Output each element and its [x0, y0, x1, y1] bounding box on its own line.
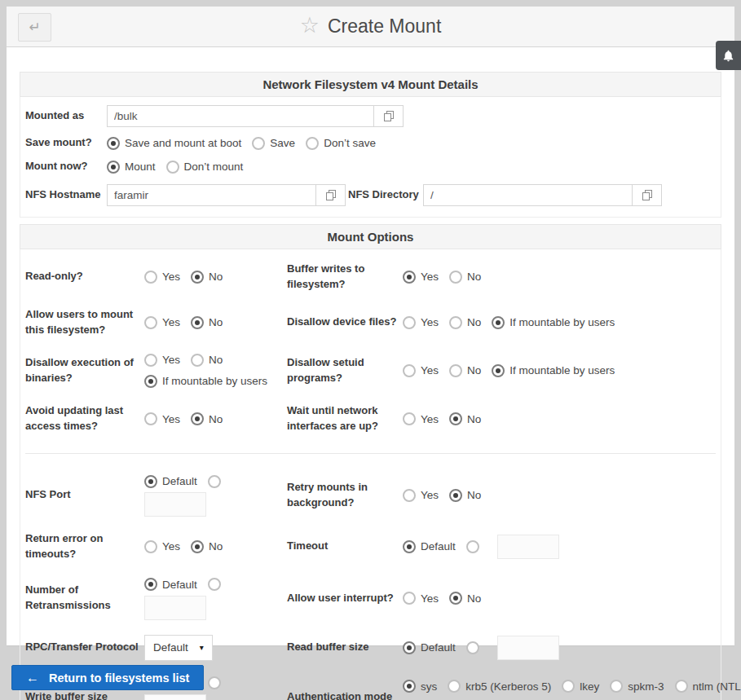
nfs-hostname-input[interactable]: [107, 184, 316, 206]
radio-selected-icon[interactable]: [191, 316, 204, 329]
allow-users-mount-option[interactable]: No: [191, 316, 223, 329]
read-buffer-size-option[interactable]: [466, 641, 479, 654]
timeout-input[interactable]: [497, 535, 559, 559]
radio-icon[interactable]: [449, 316, 462, 329]
radio-selected-icon[interactable]: [492, 364, 505, 377]
save-mount-option[interactable]: Save: [252, 137, 295, 150]
disallow-execution-option[interactable]: If mountable by users: [144, 375, 267, 388]
radio-icon[interactable]: [403, 592, 416, 605]
radio-selected-icon[interactable]: [492, 316, 505, 329]
notifications-tab[interactable]: [716, 41, 741, 70]
wait-network-option[interactable]: No: [449, 412, 481, 425]
timeout-option[interactable]: Default: [403, 540, 456, 553]
radio-icon[interactable]: [449, 271, 462, 284]
disallow-setuid-option[interactable]: If mountable by users: [492, 364, 615, 377]
timeout-option[interactable]: [466, 540, 479, 553]
disallow-execution-option[interactable]: No: [191, 354, 223, 367]
favorite-star-icon[interactable]: ☆: [300, 15, 320, 37]
nfs-directory-input[interactable]: [423, 184, 633, 206]
radio-selected-icon[interactable]: [403, 540, 416, 553]
allow-users-mount-option[interactable]: Yes: [144, 316, 180, 329]
radio-icon[interactable]: [610, 680, 623, 693]
radio-icon[interactable]: [144, 412, 157, 425]
return-to-filesystems-button[interactable]: ← Return to filesystems list: [11, 665, 204, 690]
authentication-mode-option[interactable]: krb5 (Kerberos 5): [448, 680, 551, 693]
disallow-setuid-option[interactable]: No: [449, 364, 481, 377]
avoid-atime-option[interactable]: Yes: [144, 412, 180, 425]
radio-icon[interactable]: [191, 354, 204, 367]
read-buffer-size-option[interactable]: Default: [403, 641, 456, 654]
authentication-mode-option[interactable]: ntlm (NTLM): [675, 680, 741, 693]
buffer-writes-option[interactable]: No: [449, 271, 481, 284]
radio-selected-icon[interactable]: [107, 161, 120, 174]
avoid-atime-option[interactable]: No: [191, 412, 223, 425]
radio-selected-icon[interactable]: [403, 680, 416, 693]
disallow-device-files-option[interactable]: If mountable by users: [492, 316, 615, 329]
mount-now-option[interactable]: Mount: [107, 161, 156, 174]
radio-icon[interactable]: [144, 271, 157, 284]
radio-icon[interactable]: [403, 364, 416, 377]
error-on-timeout-option[interactable]: Yes: [144, 540, 180, 553]
rpc-transfer-protocol-select[interactable]: Default▾: [144, 635, 213, 661]
save-mount-option[interactable]: Don’t save: [306, 137, 376, 150]
retransmissions-option[interactable]: Default: [144, 578, 197, 591]
nfs-port-input[interactable]: [144, 492, 206, 517]
disallow-device-files-option[interactable]: No: [449, 316, 481, 329]
radio-icon[interactable]: [562, 680, 575, 693]
radio-icon[interactable]: [144, 354, 157, 367]
radio-icon[interactable]: [449, 364, 462, 377]
radio-icon[interactable]: [306, 137, 319, 150]
retry-background-option[interactable]: Yes: [403, 489, 439, 502]
radio-icon[interactable]: [252, 137, 265, 150]
radio-icon[interactable]: [403, 316, 416, 329]
retransmissions-option[interactable]: [208, 578, 221, 591]
radio-icon[interactable]: [466, 641, 479, 654]
wait-network-option[interactable]: Yes: [403, 412, 439, 425]
read-only-option[interactable]: No: [191, 271, 223, 284]
radio-selected-icon[interactable]: [191, 412, 204, 425]
nfs-port-option[interactable]: [208, 475, 221, 488]
radio-selected-icon[interactable]: [107, 137, 120, 150]
disallow-execution-option[interactable]: Yes: [144, 354, 180, 367]
nfs-directory-chooser-button[interactable]: [632, 184, 662, 206]
read-buffer-size-input[interactable]: [497, 636, 559, 660]
allow-interrupt-option[interactable]: No: [449, 592, 481, 605]
radio-icon[interactable]: [166, 161, 179, 174]
radio-icon[interactable]: [208, 676, 221, 689]
radio-selected-icon[interactable]: [144, 475, 157, 488]
radio-selected-icon[interactable]: [449, 489, 462, 502]
radio-icon[interactable]: [144, 540, 157, 553]
save-mount-option[interactable]: Save and mount at boot: [107, 137, 241, 150]
nfs-port-option[interactable]: Default: [144, 475, 197, 488]
disallow-device-files-option[interactable]: Yes: [403, 316, 439, 329]
radio-selected-icon[interactable]: [449, 592, 462, 605]
write-buffer-size-option[interactable]: [208, 676, 221, 689]
radio-icon[interactable]: [403, 412, 416, 425]
authentication-mode-option[interactable]: lkey: [562, 680, 599, 693]
write-buffer-size-input[interactable]: [144, 694, 206, 700]
radio-selected-icon[interactable]: [449, 412, 462, 425]
retransmissions-input[interactable]: [144, 596, 206, 620]
authentication-mode-option[interactable]: sys: [403, 680, 437, 693]
radio-icon[interactable]: [208, 475, 221, 488]
radio-selected-icon[interactable]: [403, 641, 416, 654]
radio-icon[interactable]: [208, 578, 221, 591]
mount-now-option[interactable]: Don’t mount: [166, 161, 244, 174]
radio-icon[interactable]: [144, 316, 157, 329]
radio-icon[interactable]: [448, 680, 461, 693]
radio-icon[interactable]: [403, 489, 416, 502]
buffer-writes-option[interactable]: Yes: [403, 271, 439, 284]
radio-icon[interactable]: [466, 540, 479, 553]
mounted-as-chooser-button[interactable]: [373, 105, 404, 127]
back-button[interactable]: ↵: [18, 13, 51, 42]
radio-icon[interactable]: [675, 680, 688, 693]
read-only-option[interactable]: Yes: [144, 271, 180, 284]
radio-selected-icon[interactable]: [191, 540, 204, 553]
radio-selected-icon[interactable]: [191, 271, 204, 284]
disallow-setuid-option[interactable]: Yes: [403, 364, 439, 377]
authentication-mode-option[interactable]: spkm-3: [610, 680, 664, 693]
mounted-as-input[interactable]: [107, 105, 374, 127]
allow-interrupt-option[interactable]: Yes: [403, 592, 439, 605]
radio-selected-icon[interactable]: [144, 578, 157, 591]
radio-selected-icon[interactable]: [144, 375, 157, 388]
